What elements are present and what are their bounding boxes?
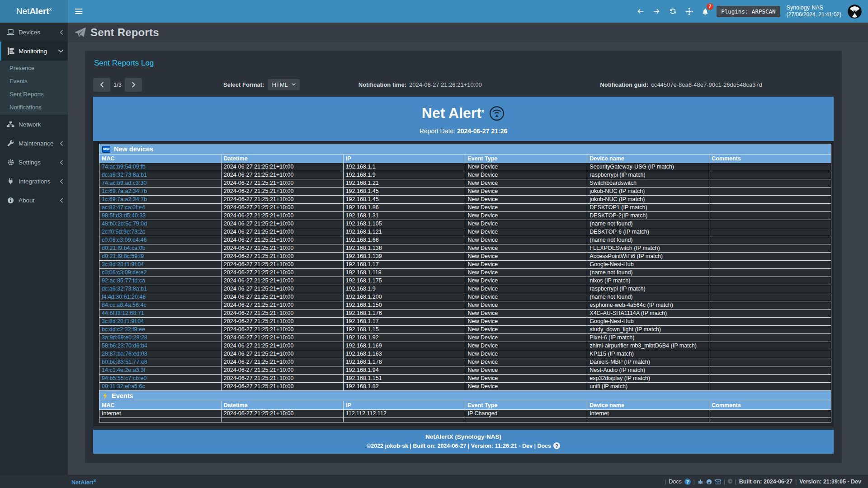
sidebar-item-settings[interactable]: Settings [0, 153, 68, 172]
move-icon[interactable] [684, 6, 694, 16]
sidebar-item-label: About [19, 197, 34, 204]
cell-event: New Device [465, 366, 587, 375]
docs-link[interactable]: Docs [669, 479, 681, 485]
forward-arrow-icon[interactable] [651, 6, 661, 16]
table-row: 58:b6:23:70:d6:b42024-06-27 21:25:21+10:… [99, 342, 831, 350]
cell-ip: 192.168.1.31 [343, 212, 465, 220]
mac-link[interactable]: 3c:8d:20:f1:9f:04 [102, 261, 144, 267]
avatar[interactable] [848, 5, 862, 19]
mac-link[interactable]: dc:a6:32:73:8a:b1 [102, 286, 147, 292]
report-controls: 1/3 Select Format: HTML Notification tim… [93, 77, 834, 92]
sidebar-item-monitoring[interactable]: Monitoring [0, 42, 68, 61]
statusbar-brand-link[interactable]: NetAlertx [71, 478, 96, 486]
notifications-bell-icon[interactable]: 7 [700, 6, 710, 16]
cell-ip: 192.168.1.82 [343, 383, 465, 391]
cell-name: (name not found) [587, 269, 709, 277]
cell-comment [709, 196, 831, 204]
bug-icon[interactable] [698, 479, 703, 485]
mac-link[interactable]: b0:be:83:51:77:e8 [102, 359, 147, 365]
cell-comment [709, 253, 831, 261]
cell-mac: 14:c1:4e:2e:a3:3f [99, 366, 222, 375]
col-comments: Comments [709, 155, 831, 163]
sidebar-item-notifications[interactable]: Notifications [0, 101, 68, 114]
cell-comment [709, 269, 831, 277]
cell-datetime: 2024-06-27 21:25:21+10:00 [221, 171, 343, 179]
mac-link[interactable]: 3c:8d:20:f1:9f:04 [102, 318, 144, 324]
cell-event: New Device [465, 196, 587, 204]
cell-name: KP115 (IP match) [587, 350, 709, 358]
mac-link[interactable]: 1c:69:7a:a2:34:7b [102, 188, 147, 194]
mac-link[interactable]: 44:6f:f8:12:68:71 [102, 310, 144, 316]
cell-mac: 92:ac:85:77:fd:ca [99, 277, 222, 285]
mac-link[interactable]: d0:21:f9:b4:ca:0b [102, 245, 146, 251]
github-icon[interactable] [706, 479, 712, 485]
sidebar-item-network[interactable]: Network [0, 115, 68, 134]
plugins-status-pill[interactable]: Plugins: ARPSCAN [717, 6, 780, 17]
table-row: 92:ac:85:77:fd:ca2024-06-27 21:25:21+10:… [99, 277, 831, 285]
cell-datetime: 2024-06-27 21:25:21+10:00 [221, 293, 343, 301]
mac-link[interactable]: 92:ac:85:77:fd:ca [102, 277, 145, 284]
mac-link[interactable]: ac:82:47:ca:0f:e4 [102, 204, 145, 211]
format-group: Select Format: HTML [223, 79, 300, 90]
format-select[interactable]: HTML [268, 79, 299, 90]
mac-link[interactable]: d0:21:f9:8c:59:f9 [102, 253, 144, 259]
mac-link[interactable]: 48:b0:2d:5c:79:0d [102, 221, 147, 227]
mac-link[interactable]: c0:06:c3:09:de:e2 [102, 269, 146, 276]
mac-link[interactable]: 94:b5:55:c7:cb:e0 [102, 375, 146, 381]
app-logo[interactable]: NetAlertx [0, 0, 68, 23]
sidebar-item-label: Integrations [19, 178, 51, 185]
topbar-actions: 7 Plugins: ARPSCAN Synology-NAS (27/06/2… [635, 0, 868, 23]
col-device-name: Device name [587, 401, 709, 410]
mac-link[interactable]: 28:87:ba:76:ed:03 [102, 351, 147, 357]
mac-link[interactable]: 00:11:32:ef:a5:6c [102, 383, 145, 389]
question-circle-icon[interactable] [684, 479, 691, 485]
sidebar-item-devices[interactable]: Devices [0, 23, 68, 42]
mac-link[interactable]: bc:dd:c2:32:f9:ee [102, 326, 145, 333]
sidebar-item-maintenance[interactable]: Maintenance [0, 134, 68, 153]
cell-datetime: 2024-06-27 21:25:21+10:00 [221, 277, 343, 285]
cell-datetime: 2024-06-27 21:25:21+10:00 [221, 334, 343, 342]
cell-datetime: 2024-06-27 21:25:21+10:00 [221, 179, 343, 188]
mac-link[interactable]: 1c:69:7a:a2:34:7b [102, 196, 147, 202]
cell-event: New Device [465, 277, 587, 285]
sidebar-item-sent-reports[interactable]: Sent Reports [0, 88, 68, 101]
mac-link[interactable]: 3a:9d:69:e0:29:28 [102, 334, 147, 341]
mac-link[interactable]: dc:a6:32:73:8a:b1 [102, 172, 147, 178]
cell-event: IP Changed [465, 410, 587, 418]
mac-link[interactable]: 14:c1:4e:2e:a3:3f [102, 367, 146, 373]
previous-page-button[interactable] [93, 78, 110, 92]
refresh-icon[interactable] [668, 6, 678, 16]
back-arrow-icon[interactable] [635, 6, 645, 16]
hamburger-menu-icon[interactable] [68, 0, 90, 23]
sidebar-item-integrations[interactable]: Integrations [0, 172, 68, 191]
sidebar-item-events[interactable]: Events [0, 75, 68, 88]
report-date: Report Date: 2024-06-27 21:26 [93, 127, 834, 135]
mac-link[interactable]: f4:4d:30:61:20:46 [102, 294, 146, 300]
cell-datetime: 2024-06-27 21:25:21+10:00 [221, 366, 343, 375]
cell-comment [709, 163, 831, 171]
mac-link[interactable]: 58:b6:23:70:d6:b4 [102, 343, 147, 349]
copyright-icon[interactable]: © [728, 479, 732, 485]
mac-link[interactable]: 74:ac:b9:ad:c3:30 [102, 180, 146, 186]
next-page-button[interactable] [125, 78, 142, 92]
cell-mac: 94:b5:55:c7:cb:e0 [99, 375, 222, 383]
mail-icon[interactable] [715, 479, 721, 484]
sidebar-item-presence[interactable]: Presence [0, 61, 68, 75]
mac-link[interactable]: 84:cc:a8:4a:56:4c [102, 302, 146, 308]
cell-comment [709, 366, 831, 375]
mac-link[interactable]: c0:06:c3:09:e4:46 [102, 237, 146, 243]
table-row: dc:a6:32:73:8a:b12024-06-27 21:25:21+10:… [99, 171, 831, 179]
cell-datetime: 2024-06-27 21:25:21+10:00 [221, 350, 343, 358]
mac-link[interactable]: 2c:f0:5d:9e:73:2c [102, 229, 145, 235]
cell-comment [709, 342, 831, 350]
cell-name: zhimi-airpurifier-mb3_mibtD6B4 (IP match… [587, 342, 709, 350]
question-circle-icon[interactable] [553, 442, 560, 449]
mac-link[interactable]: 74:ac:b9:54:09:fb [102, 164, 146, 170]
sidebar: Devices Monitoring Presence Events Sent … [0, 23, 68, 475]
mac-link[interactable]: 98:5f:d3:d5:40:33 [102, 212, 146, 219]
table-row: Internet2024-06-27 21:25:21+10:00112.112… [99, 410, 831, 418]
cell-ip: 192.168.1.105 [343, 220, 465, 228]
built-on-label: Built on: 2024-06-27 [739, 479, 793, 485]
cell-name: study_down_light (IP match) [587, 326, 709, 334]
sidebar-item-about[interactable]: About [0, 191, 68, 210]
